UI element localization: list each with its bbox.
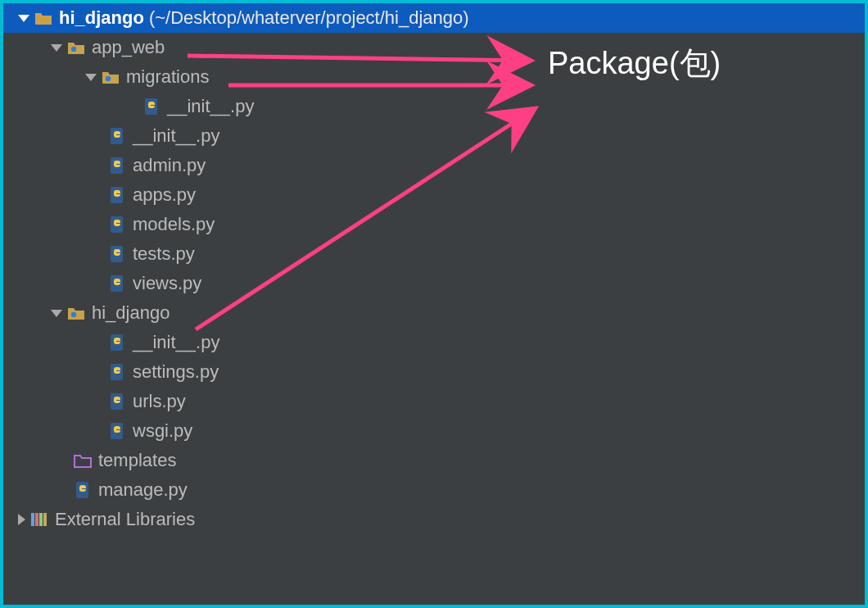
chevron-down-icon[interactable] bbox=[51, 310, 62, 317]
tree-row-file[interactable]: models.py bbox=[3, 210, 865, 239]
tree-row-file[interactable]: __init__.py bbox=[3, 328, 865, 357]
folder-icon bbox=[34, 9, 52, 27]
python-file-icon bbox=[74, 481, 92, 499]
tree-row-file[interactable]: manage.py bbox=[3, 475, 865, 505]
tree-row-app-web[interactable]: app_web bbox=[3, 33, 865, 62]
chevron-right-icon[interactable] bbox=[18, 514, 25, 525]
folder-icon bbox=[74, 451, 92, 470]
tree-row-file[interactable]: apps.py bbox=[3, 180, 865, 210]
file-label: admin.py bbox=[133, 155, 206, 176]
chevron-down-icon[interactable] bbox=[51, 44, 62, 52]
annotation-label: Package(包) bbox=[548, 43, 721, 84]
project-tree-panel: hi_django (~/Desktop/whaterver/project/h… bbox=[0, 0, 868, 608]
tree-row-migrations[interactable]: migrations bbox=[3, 62, 865, 92]
tree-row-external-libraries[interactable]: External Libraries bbox=[3, 505, 865, 534]
file-label: tests.py bbox=[133, 243, 195, 265]
python-file-icon bbox=[108, 216, 126, 234]
file-label: urls.py bbox=[133, 391, 186, 412]
root-path: (~/Desktop/whaterver/project/hi_django) bbox=[149, 7, 469, 29]
folder-label: app_web bbox=[92, 37, 165, 58]
file-label: models.py bbox=[133, 214, 215, 235]
python-file-icon bbox=[108, 127, 126, 145]
svg-rect-16 bbox=[35, 513, 38, 526]
python-file-icon bbox=[108, 392, 126, 411]
library-icon bbox=[30, 510, 48, 529]
python-file-icon bbox=[142, 98, 160, 116]
python-file-icon bbox=[108, 363, 126, 381]
chevron-down-icon[interactable] bbox=[18, 15, 29, 22]
package-folder-icon bbox=[102, 68, 120, 86]
python-file-icon bbox=[108, 422, 126, 440]
folder-label: migrations bbox=[126, 66, 209, 88]
file-label: manage.py bbox=[98, 479, 188, 501]
python-file-icon bbox=[108, 275, 126, 293]
tree-row-file[interactable]: admin.py bbox=[3, 151, 865, 180]
tree-row-file[interactable]: views.py bbox=[3, 269, 865, 298]
tree-row-file[interactable]: wsgi.py bbox=[3, 416, 865, 446]
file-label: __init__.py bbox=[133, 332, 219, 353]
python-file-icon bbox=[108, 245, 126, 263]
svg-point-9 bbox=[71, 312, 76, 317]
tree-row-file[interactable]: __init__.py bbox=[3, 121, 865, 151]
svg-rect-18 bbox=[43, 513, 47, 526]
python-file-icon bbox=[108, 186, 126, 204]
chevron-down-icon[interactable] bbox=[85, 74, 97, 81]
tree-row-file[interactable]: urls.py bbox=[3, 387, 865, 416]
file-label: views.py bbox=[133, 273, 201, 294]
svg-point-0 bbox=[71, 47, 76, 52]
svg-rect-15 bbox=[31, 513, 34, 526]
svg-point-1 bbox=[106, 76, 111, 81]
svg-rect-17 bbox=[39, 513, 43, 526]
tree-row-hi-django[interactable]: hi_django bbox=[3, 298, 865, 328]
python-file-icon bbox=[108, 333, 126, 352]
folder-label: hi_django bbox=[92, 302, 170, 324]
package-folder-icon bbox=[67, 39, 85, 57]
file-label: wsgi.py bbox=[133, 420, 192, 442]
tree-row-file[interactable]: __init__.py bbox=[3, 92, 865, 121]
tree-row-file[interactable]: settings.py bbox=[3, 357, 865, 387]
python-file-icon bbox=[108, 157, 126, 175]
file-label: settings.py bbox=[133, 361, 219, 383]
root-name: hi_django bbox=[59, 7, 144, 29]
file-label: __init__.py bbox=[133, 125, 219, 147]
tree-row-templates[interactable]: templates bbox=[3, 446, 865, 475]
tree-row-file[interactable]: tests.py bbox=[3, 239, 865, 269]
folder-label: templates bbox=[98, 450, 176, 471]
tree-row-root[interactable]: hi_django (~/Desktop/whaterver/project/h… bbox=[3, 3, 865, 33]
external-libraries-label: External Libraries bbox=[55, 509, 195, 530]
file-label: __init__.py bbox=[167, 96, 254, 117]
file-label: apps.py bbox=[133, 184, 196, 206]
package-folder-icon bbox=[67, 304, 85, 322]
